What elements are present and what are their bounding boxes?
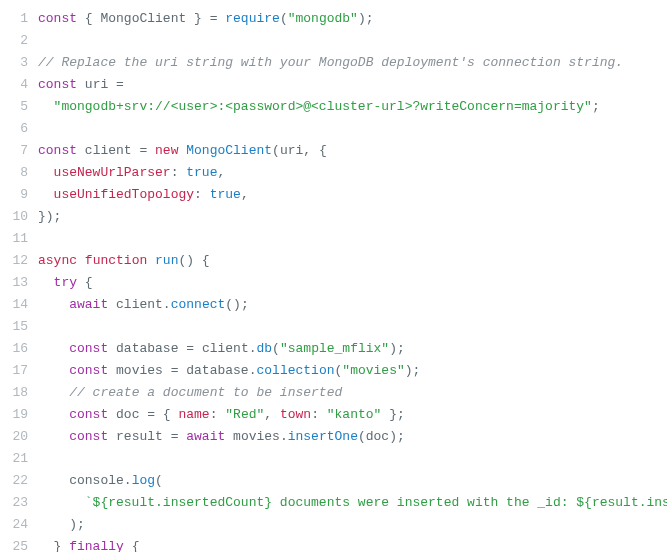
code-line (38, 30, 667, 52)
token-id: console (69, 473, 124, 488)
token-p: : (171, 165, 187, 180)
line-number: 11 (0, 228, 28, 250)
token-p (38, 429, 69, 444)
token-p: . (124, 473, 132, 488)
token-id: movies (233, 429, 280, 444)
token-p: . (249, 341, 257, 356)
token-id: movies (116, 363, 163, 378)
code-line: ); (38, 514, 667, 536)
token-prop: town (280, 407, 311, 422)
token-p: () { (178, 253, 209, 268)
token-p: . (163, 297, 171, 312)
token-p (77, 143, 85, 158)
token-p: (); (225, 297, 248, 312)
code-line: const doc = { name: "Red", town: "kanto"… (38, 404, 667, 426)
token-str: "movies" (342, 363, 404, 378)
token-p: ); (38, 517, 85, 532)
code-line: async function run() { (38, 250, 667, 272)
code-line: } finally { (38, 536, 667, 552)
token-p (108, 429, 116, 444)
token-fn: insertOne (288, 429, 358, 444)
token-kw: const (38, 11, 77, 26)
token-p: , { (303, 143, 326, 158)
token-id: doc (366, 429, 389, 444)
line-number: 14 (0, 294, 28, 316)
line-number: 24 (0, 514, 28, 536)
token-p: ); (389, 341, 405, 356)
line-number: 19 (0, 404, 28, 426)
token-p: , (217, 165, 225, 180)
code-line (38, 228, 667, 250)
token-id: uri (280, 143, 303, 158)
token-kw: const (69, 341, 108, 356)
token-p: ); (358, 11, 374, 26)
token-fn: log (132, 473, 155, 488)
token-p: }); (38, 209, 61, 224)
token-kw: const (38, 77, 77, 92)
token-p: , (241, 187, 249, 202)
code-line (38, 448, 667, 470)
token-p: = (178, 341, 201, 356)
token-str: "sample_mflix" (280, 341, 389, 356)
code-line (38, 316, 667, 338)
line-number: 2 (0, 30, 28, 52)
token-fn: connect (171, 297, 226, 312)
token-bool: true (186, 165, 217, 180)
token-p: = (132, 143, 155, 158)
code-line: const movies = database.collection("movi… (38, 360, 667, 382)
token-id: database (186, 363, 248, 378)
line-number: 4 (0, 74, 28, 96)
code-line: `${result.insertedCount} documents were … (38, 492, 667, 514)
line-number: 15 (0, 316, 28, 338)
line-number: 17 (0, 360, 28, 382)
token-kw: const (69, 429, 108, 444)
token-p: . (249, 363, 257, 378)
token-p: = (163, 363, 186, 378)
token-fn: run (155, 253, 178, 268)
token-p: { (124, 539, 140, 552)
token-p (38, 363, 69, 378)
token-p (38, 165, 54, 180)
token-p: { (77, 11, 100, 26)
token-p: = (163, 429, 186, 444)
code-area: const { MongoClient } = require("mongodb… (38, 8, 667, 552)
token-p: ); (389, 429, 405, 444)
line-number: 21 (0, 448, 28, 470)
token-p (38, 99, 54, 114)
token-id: client (85, 143, 132, 158)
token-prop: name (178, 407, 209, 422)
token-kw2: async (38, 253, 77, 268)
token-fn: MongoClient (186, 143, 272, 158)
token-p (38, 187, 54, 202)
token-id: uri (85, 77, 108, 92)
token-p (38, 297, 69, 312)
line-number: 6 (0, 118, 28, 140)
line-number: 18 (0, 382, 28, 404)
token-id: client (202, 341, 249, 356)
token-p (225, 429, 233, 444)
token-kw: await (186, 429, 225, 444)
code-line: // create a document to be inserted (38, 382, 667, 404)
token-p (38, 495, 85, 510)
token-prop: useUnifiedTopology (54, 187, 194, 202)
code-editor: 1234567891011121314151617181920212223242… (0, 0, 667, 552)
token-str: "kanto" (327, 407, 382, 422)
token-p: : (311, 407, 327, 422)
code-line: // Replace the uri string with your Mong… (38, 52, 667, 74)
token-p: : (194, 187, 210, 202)
token-p: ; (592, 99, 600, 114)
token-kw2: new (155, 143, 178, 158)
token-p (77, 77, 85, 92)
code-line: const uri = (38, 74, 667, 96)
code-line: const result = await movies.insertOne(do… (38, 426, 667, 448)
token-kw: const (69, 363, 108, 378)
token-kw: await (69, 297, 108, 312)
code-line: await client.connect(); (38, 294, 667, 316)
token-fn: db (257, 341, 273, 356)
token-p: ( (155, 473, 163, 488)
token-comm: // Replace the uri string with your Mong… (38, 55, 623, 70)
line-number: 8 (0, 162, 28, 184)
token-p (108, 363, 116, 378)
line-number: 25 (0, 536, 28, 552)
token-id: result (116, 429, 163, 444)
